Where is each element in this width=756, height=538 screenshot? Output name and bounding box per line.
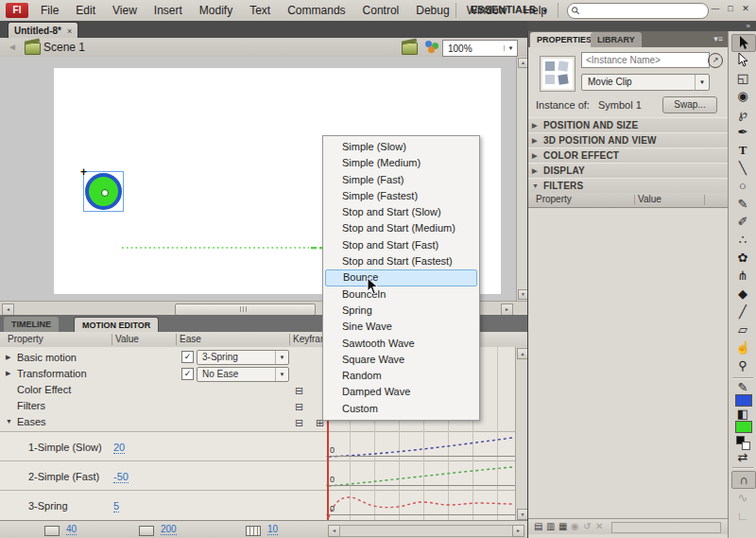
- ease-select-combo[interactable]: 3-Spring ▼: [197, 350, 289, 365]
- free-transform-tool[interactable]: ◱: [731, 70, 754, 86]
- ease-value[interactable]: -50: [113, 471, 129, 483]
- zoom-tool[interactable]: ⚲: [731, 357, 754, 373]
- tab-properties[interactable]: PROPERTIES: [530, 32, 598, 47]
- close-button[interactable]: ✕: [739, 3, 752, 15]
- scroll-right-icon[interactable]: ►: [512, 525, 524, 537]
- panel-menu-icon[interactable]: ▾≡: [713, 34, 723, 43]
- tab-motion-editor[interactable]: MOTION EDITOR: [74, 317, 159, 333]
- expand-icon[interactable]: ▶: [532, 167, 537, 175]
- pen-tool[interactable]: ✒: [731, 124, 754, 140]
- menu-modify[interactable]: Modify: [191, 4, 241, 17]
- 3d-rotation-tool[interactable]: ◉: [731, 88, 754, 104]
- search-box[interactable]: ⚲: [567, 3, 709, 19]
- menu-item-stop-start-fast[interactable]: Stop and Start (Fast): [323, 237, 479, 253]
- menu-item-stop-start-fastest[interactable]: Stop and Start (Fastest): [323, 253, 479, 269]
- text-tool[interactable]: T: [731, 142, 754, 158]
- chevron-down-icon[interactable]: ▼: [504, 45, 517, 51]
- deco-tool[interactable]: ✿: [731, 250, 754, 266]
- menu-file[interactable]: File: [32, 4, 67, 17]
- clipboard-icon[interactable]: ▦: [558, 521, 567, 531]
- menu-item-simple-fast[interactable]: Simple (Fast): [323, 172, 479, 188]
- subselection-tool[interactable]: [731, 52, 754, 68]
- paint-bucket-tool[interactable]: ◆: [731, 286, 754, 302]
- expand-icon[interactable]: ▶: [532, 152, 537, 160]
- ease-enable-checkbox[interactable]: ✓: [181, 368, 194, 380]
- stroke-color-swatch[interactable]: [735, 394, 752, 407]
- eyedropper-tool[interactable]: ╱: [731, 304, 754, 320]
- straighten-button[interactable]: ∟: [731, 508, 754, 524]
- presets-icon[interactable]: ▥: [546, 521, 555, 531]
- document-tab[interactable]: Untitled-8* ×: [8, 22, 78, 39]
- menu-view[interactable]: View: [104, 4, 146, 17]
- menu-item-random[interactable]: Random: [323, 368, 479, 384]
- swap-button[interactable]: Swap...: [662, 96, 717, 113]
- swap-colors-button[interactable]: ⇄: [731, 451, 754, 464]
- menu-text[interactable]: Text: [241, 4, 279, 17]
- oval-tool[interactable]: ○: [731, 178, 754, 194]
- menu-item-damped-wave[interactable]: Damped Wave: [323, 384, 479, 400]
- default-colors-icon[interactable]: [736, 436, 745, 444]
- goto-symbol-icon[interactable]: ↗: [708, 53, 723, 68]
- viewable-frames-value[interactable]: 10: [267, 524, 278, 535]
- menu-control[interactable]: Control: [354, 4, 408, 17]
- expand-icon[interactable]: ▶: [6, 354, 10, 361]
- menu-item-custom[interactable]: Custom: [323, 401, 479, 417]
- tab-library[interactable]: LIBRARY: [591, 32, 642, 47]
- graph-size-value[interactable]: 40: [66, 524, 77, 535]
- motion-path[interactable]: [120, 244, 328, 252]
- menu-item-bounce[interactable]: Bounce: [325, 269, 477, 286]
- symbol-instance-circle[interactable]: [85, 173, 122, 210]
- tab-timeline[interactable]: TIMELINE: [4, 317, 59, 332]
- fill-color-swatch[interactable]: [735, 421, 752, 433]
- menu-item-sawtooth-wave[interactable]: Sawtooth Wave: [323, 336, 479, 352]
- edit-symbols-icon[interactable]: [425, 41, 439, 53]
- back-arrow-icon[interactable]: ◄: [8, 42, 17, 52]
- filters-scrollbar[interactable]: [611, 522, 721, 533]
- collapse-icon[interactable]: ▼: [6, 418, 12, 425]
- pencil-tool[interactable]: ✎: [731, 196, 754, 212]
- ease-value[interactable]: 5: [113, 500, 119, 512]
- menu-item-simple-slow[interactable]: Simple (Slow): [323, 139, 479, 155]
- instance-name-input[interactable]: [581, 52, 710, 68]
- delete-filter-icon[interactable]: ✕: [595, 521, 603, 531]
- symbol-type-combo[interactable]: Movie Clip ▼: [581, 74, 710, 91]
- motion-editor-vertical-scrollbar[interactable]: ▲ ▼: [515, 347, 528, 520]
- snap-to-objects-toggle[interactable]: ∩: [731, 471, 756, 489]
- spray-brush-tool[interactable]: ∴: [731, 232, 754, 248]
- remove-ease-icon[interactable]: ⊟: [295, 417, 303, 429]
- menu-item-stop-start-slow[interactable]: Stop and Start (Slow): [323, 204, 479, 220]
- menu-commands[interactable]: Commands: [279, 4, 353, 17]
- smooth-button[interactable]: ∿: [731, 490, 754, 506]
- chevron-down-icon[interactable]: ▼: [275, 368, 288, 381]
- zoom-level-combo[interactable]: 100% ▼: [442, 40, 518, 57]
- menu-item-square-wave[interactable]: Square Wave: [323, 352, 479, 368]
- eraser-tool[interactable]: ▱: [731, 321, 754, 338]
- edit-scene-icon[interactable]: [402, 43, 418, 55]
- menu-item-simple-fastest[interactable]: Simple (Fastest): [323, 188, 479, 204]
- line-tool[interactable]: ╲: [731, 160, 754, 176]
- ease-value[interactable]: 20: [113, 442, 125, 454]
- selection-tool[interactable]: [731, 34, 756, 52]
- menu-item-bouncein[interactable]: BounceIn: [323, 286, 479, 303]
- menu-debug[interactable]: Debug: [407, 4, 457, 17]
- workspace-switcher[interactable]: ESSENTIALS▼: [471, 4, 548, 15]
- hand-tool[interactable]: ☝: [731, 339, 754, 356]
- brush-tool[interactable]: ✐: [731, 214, 754, 230]
- scrollbar-track[interactable]: [339, 525, 513, 537]
- expand-icon[interactable]: ▶: [532, 137, 537, 145]
- reset-filter-icon[interactable]: ↺: [583, 521, 591, 531]
- remove-item-icon[interactable]: ⊟: [295, 385, 303, 397]
- bone-tool[interactable]: ⋔: [731, 268, 754, 284]
- search-input[interactable]: [579, 5, 687, 17]
- app-logo-icon[interactable]: Fl: [6, 3, 28, 18]
- remove-item-icon[interactable]: ⊟: [295, 401, 303, 413]
- chevron-down-icon[interactable]: ▼: [695, 75, 709, 90]
- enable-filter-icon[interactable]: ◉: [571, 521, 579, 531]
- menu-item-simple-medium[interactable]: Simple (Medium): [323, 155, 479, 171]
- expand-icon[interactable]: ▶: [532, 122, 537, 130]
- lasso-tool[interactable]: ℘: [731, 106, 754, 122]
- menu-item-spring[interactable]: Spring: [323, 303, 479, 319]
- close-tab-icon[interactable]: ×: [67, 26, 72, 36]
- stroke-color-control[interactable]: ✎: [731, 381, 754, 393]
- ease-enable-checkbox[interactable]: ✓: [181, 351, 194, 363]
